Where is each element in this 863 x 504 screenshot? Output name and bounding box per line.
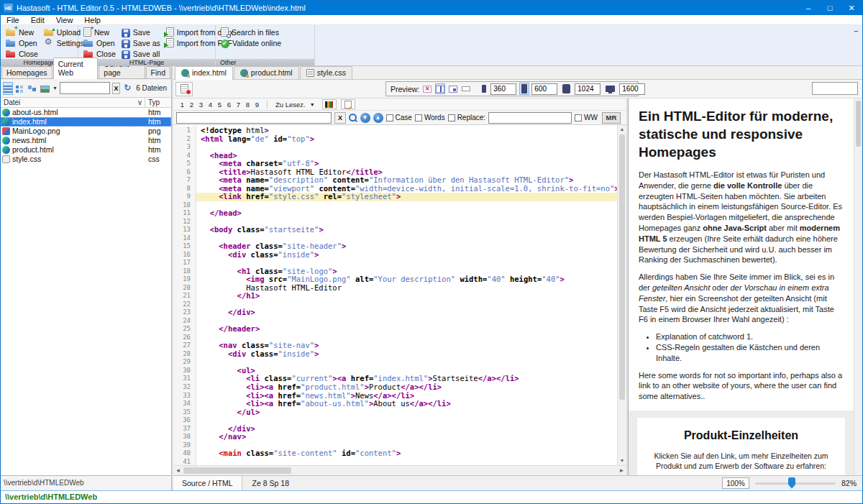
code-line[interactable]: 10 (173, 201, 617, 210)
bookmark-1-button[interactable]: 1 (178, 101, 187, 109)
zoom-slider[interactable] (755, 482, 836, 485)
code-line[interactable]: 20 Hastasoft HTML-Editor (173, 284, 617, 293)
refresh-button[interactable] (122, 82, 134, 95)
code-line[interactable]: 4 <head> (173, 152, 617, 160)
panel-tab-current-web[interactable]: Current Web (53, 58, 99, 79)
code-line[interactable]: 39 (173, 441, 617, 450)
format-button[interactable] (341, 99, 355, 109)
code-line[interactable]: 32 <li><a href="product.html">Product</a… (173, 383, 617, 392)
device-1600-input[interactable] (619, 83, 645, 95)
doc-tab-index-html[interactable]: index.html (175, 66, 233, 80)
code-line[interactable]: 21 </h1> (173, 292, 617, 301)
close-page-button[interactable] (175, 82, 193, 96)
code-line[interactable]: 40 <main class="site-content" id="conten… (173, 449, 617, 458)
code-line[interactable]: 38 </nav> (173, 433, 617, 441)
close-button[interactable]: ✕ (841, 1, 862, 15)
source-mode-tab[interactable]: Source / HTML (173, 476, 242, 490)
code-line[interactable]: 18 <h1 class="site-logo"> (173, 267, 617, 276)
preview-scrollbar[interactable] (854, 98, 862, 475)
bookmark-2-button[interactable]: 2 (187, 101, 196, 109)
icons-view-button[interactable] (27, 82, 37, 95)
code-line[interactable]: 12 (173, 218, 617, 226)
wordwrap-checkbox[interactable]: WW (575, 114, 598, 122)
code-line[interactable]: 2<html lang="de" id="top"> (173, 135, 617, 144)
code-line[interactable]: 13 <body class="startseite"> (173, 226, 617, 234)
code-line[interactable]: 36 (173, 416, 617, 425)
preview-horizontal-split-button[interactable] (461, 83, 471, 94)
case-checkbox[interactable]: Case (386, 114, 412, 122)
menu-view[interactable]: View (50, 15, 79, 25)
bookmark-8-button[interactable]: 8 (243, 101, 252, 109)
bookmark-3-button[interactable]: 3 (196, 101, 206, 109)
code-line[interactable]: 30 <ul> (173, 367, 617, 375)
open-button[interactable]: Open (81, 37, 119, 48)
code-line[interactable]: 27 <nav class="site-nav"> (173, 342, 617, 350)
list-view-button[interactable] (3, 82, 13, 95)
replace-input[interactable] (488, 112, 572, 124)
code-line[interactable]: 29 (173, 358, 617, 367)
code-line[interactable]: 34 <li><a href="about-us.html">About us<… (173, 400, 617, 408)
scroll-left-arrow[interactable]: ◄ (173, 466, 183, 475)
bookmark-9-button[interactable]: 9 (252, 101, 262, 109)
save-as-button[interactable]: Save as (119, 37, 163, 48)
code-line[interactable]: 7 <meta name="description" content="Info… (173, 176, 617, 185)
device-360-input[interactable] (490, 83, 516, 95)
file-row[interactable]: index.htmlhtm (1, 117, 171, 127)
code-line[interactable]: 41 (173, 458, 617, 465)
toolbar-input[interactable] (812, 82, 858, 95)
color-palette-button[interactable] (322, 99, 337, 109)
mr-button[interactable]: MR (602, 112, 621, 124)
scroll-down-arrow[interactable]: ▼ (618, 457, 626, 465)
code-line[interactable]: 25 </header> (173, 325, 617, 334)
file-row[interactable]: about-us.htmlhtm (1, 108, 171, 117)
bookmark-4-button[interactable]: 4 (206, 101, 215, 109)
preview-scroll-thumb[interactable] (856, 101, 861, 147)
bookmark-7-button[interactable]: 7 (234, 101, 243, 109)
device-600-input[interactable] (531, 83, 557, 95)
code-line[interactable]: 11 </head> (173, 209, 617, 218)
search-input[interactable] (176, 112, 332, 124)
code-line[interactable]: 15 <header class="site-header"> (173, 242, 617, 251)
find-previous-button[interactable]: ▲ (373, 113, 383, 123)
code-line[interactable]: 16 <div class="inside"> (173, 251, 617, 260)
search-button[interactable] (349, 113, 357, 122)
editor-vertical-scrollbar[interactable]: ▲ ▼ (617, 125, 626, 465)
device-600-button[interactable] (519, 83, 529, 95)
open-button[interactable]: Open (3, 37, 41, 48)
code-line[interactable]: 35 </ul> (173, 408, 617, 417)
validate-online-button[interactable]: Validate online (218, 37, 284, 48)
preview-window-button[interactable] (448, 83, 458, 94)
scroll-thumb[interactable] (619, 134, 625, 400)
code-line[interactable]: 6 <title>Hastasoft HTML Editor</title> (173, 168, 617, 177)
file-row[interactable]: style.csscss (1, 155, 171, 164)
column-header-type[interactable]: Typ (145, 98, 171, 107)
file-row[interactable]: MainLogo.pngpng (1, 127, 171, 136)
file-row[interactable]: product.htmlhtm (1, 145, 171, 155)
zoom-reset-button[interactable]: 100% (722, 477, 749, 489)
scroll-right-arrow[interactable]: ► (617, 466, 626, 475)
bookmark-dropdown[interactable]: Zu Lesez.▼ (273, 100, 318, 109)
menu-edit[interactable]: Edit (25, 15, 50, 25)
view-dropdown-arrow[interactable]: ▼ (52, 86, 58, 91)
code-line[interactable]: 19 <img src="MainLogo.png" alt="Your des… (173, 275, 617, 284)
hscroll-thumb[interactable] (183, 467, 291, 474)
file-filter-input[interactable] (60, 82, 110, 94)
details-view-button[interactable] (15, 82, 25, 95)
new-button[interactable]: +New (3, 27, 41, 37)
thumbnail-view-button[interactable] (40, 82, 50, 95)
new-button[interactable]: *New (81, 27, 119, 37)
device-1024-button[interactable] (560, 83, 572, 95)
file-row[interactable]: news.htmlhtm (1, 136, 171, 145)
device-1024-input[interactable] (575, 83, 601, 95)
panel-tab-find[interactable]: Find (146, 66, 170, 78)
scroll-up-arrow[interactable]: ▲ (618, 125, 626, 134)
replace-checkbox[interactable]: Replace: (448, 114, 485, 122)
save-all-button[interactable]: Save all (119, 48, 163, 59)
ribbon-collapse-button[interactable]: – (854, 27, 858, 35)
code-line[interactable]: 33 <li><a href="news.html">News</a></li> (173, 392, 617, 400)
doc-tab-product-html[interactable]: product.html (234, 66, 299, 79)
doc-tab-style-css[interactable]: style.css (300, 66, 352, 79)
code-line[interactable]: 1<!doctype html> (173, 127, 617, 135)
find-next-button[interactable]: ▼ (360, 113, 370, 123)
filter-clear-button[interactable]: X (112, 83, 120, 94)
